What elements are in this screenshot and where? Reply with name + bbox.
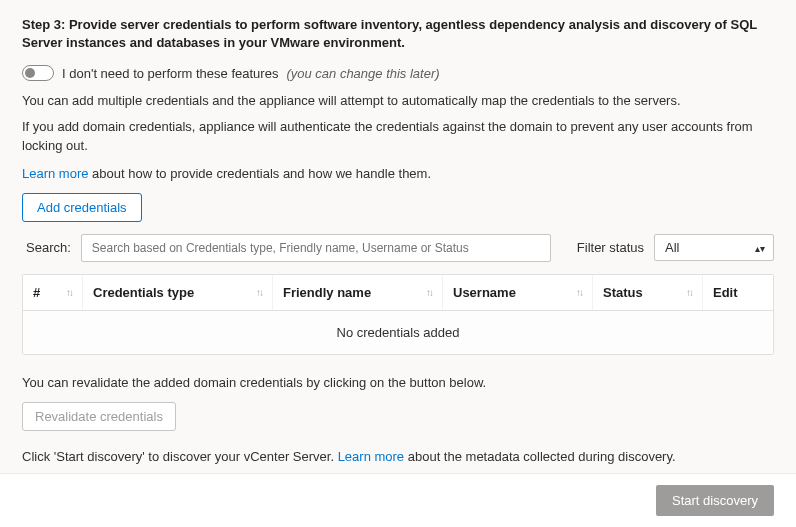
- discover-note-pre: Click 'Start discovery' to discover your…: [22, 449, 338, 464]
- search-label: Search:: [26, 240, 71, 255]
- col-username[interactable]: Username ↑↓: [443, 275, 593, 310]
- learn-more-link[interactable]: Learn more: [22, 166, 88, 181]
- revalidate-note: You can revalidate the added domain cred…: [22, 373, 774, 393]
- toggle-label: I don't need to perform these features: [62, 66, 278, 81]
- col-credentials-type[interactable]: Credentials type ↑↓: [83, 275, 273, 310]
- footer-bar: Start discovery: [0, 473, 796, 527]
- col-index[interactable]: # ↑↓: [23, 275, 83, 310]
- start-discovery-button[interactable]: Start discovery: [656, 485, 774, 516]
- toggle-hint: (you can change this later): [286, 66, 439, 81]
- sort-icon: ↑↓: [686, 287, 692, 298]
- table-empty-message: No credentials added: [23, 311, 773, 354]
- sort-icon: ↑↓: [576, 287, 582, 298]
- search-input[interactable]: [81, 234, 551, 262]
- sort-icon: ↑↓: [66, 287, 72, 298]
- discover-learn-more-link[interactable]: Learn more: [338, 449, 404, 464]
- add-credentials-button[interactable]: Add credentials: [22, 193, 142, 222]
- col-friendly-name[interactable]: Friendly name ↑↓: [273, 275, 443, 310]
- sort-icon: ↑↓: [426, 287, 432, 298]
- description-2: If you add domain credentials, appliance…: [22, 117, 774, 156]
- col-edit: Edit: [703, 275, 773, 310]
- skip-features-toggle[interactable]: [22, 65, 54, 81]
- credentials-table: # ↑↓ Credentials type ↑↓ Friendly name ↑…: [22, 274, 774, 355]
- chevron-updown-icon: ▴▾: [755, 242, 765, 253]
- filter-status-value: All: [665, 240, 679, 255]
- table-header-row: # ↑↓ Credentials type ↑↓ Friendly name ↑…: [23, 275, 773, 311]
- learn-more-rest: about how to provide credentials and how…: [88, 166, 431, 181]
- sort-icon: ↑↓: [256, 287, 262, 298]
- filter-status-label: Filter status: [577, 240, 644, 255]
- revalidate-credentials-button[interactable]: Revalidate credentials: [22, 402, 176, 431]
- col-status[interactable]: Status ↑↓: [593, 275, 703, 310]
- filter-status-select[interactable]: All ▴▾: [654, 234, 774, 261]
- step-title: Step 3: Provide server credentials to pe…: [22, 16, 774, 51]
- description-1: You can add multiple credentials and the…: [22, 91, 774, 111]
- discover-note-post: about the metadata collected during disc…: [404, 449, 675, 464]
